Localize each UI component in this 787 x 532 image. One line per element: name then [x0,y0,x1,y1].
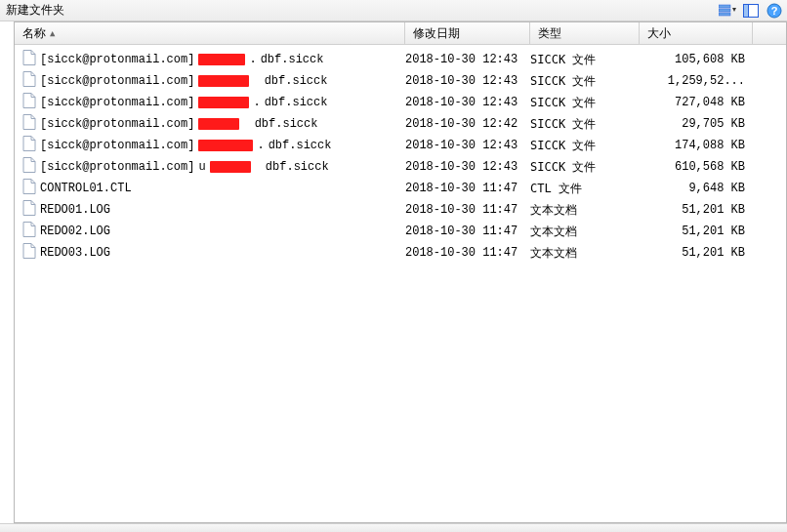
file-name-cell: REDO02.LOG [22,222,405,241]
redacted-segment [198,54,245,65]
file-name-prefix: [sicck@protonmail.com] [40,117,194,131]
table-row[interactable]: REDO03.LOG2018-10-30 11:47文本文档51,201 KB [15,242,786,264]
table-row[interactable]: REDO02.LOG2018-10-30 11:47文本文档51,201 KB [15,221,786,242]
file-name-after-redact: . [253,96,260,109]
file-rows: [sicck@protonmail.com].dbf.sicck2018-10-… [15,45,786,522]
file-name-suffix: dbf.sicck [269,139,332,152]
svg-rect-0 [719,5,730,8]
file-name-fragment: u [198,160,205,174]
file-icon [22,222,36,241]
file-date-cell: 2018-10-30 11:47 [405,203,530,217]
explorer-window: 新建文件夹 ? [0,0,787,532]
file-name-cell: [sicck@protonmail.com].dbf.sicck [22,136,405,155]
file-type-cell: SICCK 文件 [530,159,640,176]
file-date-cell: 2018-10-30 12:43 [405,96,530,109]
file-name-prefix: [sicck@protonmail.com] [40,96,194,109]
file-date-cell: 2018-10-30 12:43 [405,53,530,66]
file-size-cell: 610,568 KB [640,160,753,174]
file-name-prefix: REDO02.LOG [40,225,110,238]
file-size-cell: 9,648 KB [640,182,753,195]
redacted-segment [210,161,251,173]
redacted-segment [198,75,249,87]
file-size-cell: 727,048 KB [640,96,753,109]
file-name-cell: [sicck@protonmail.com] dbf.sicck [22,114,405,134]
col-size[interactable]: 大小 [640,22,753,44]
file-icon [22,243,36,263]
sort-asc-icon: ▲ [50,28,55,38]
file-icon [22,200,36,220]
col-type[interactable]: 类型 [530,22,640,44]
file-date-cell: 2018-10-30 12:43 [405,74,530,88]
file-icon [22,93,36,112]
file-type-cell: CTL 文件 [530,181,640,197]
file-size-cell: 174,088 KB [640,139,753,152]
folder-title: 新建文件夹 [6,2,64,19]
col-name-label: 名称 [22,25,46,42]
file-type-cell: SICCK 文件 [530,95,640,111]
file-name-prefix: CONTROL01.CTL [40,182,132,195]
file-date-cell: 2018-10-30 11:47 [405,246,530,260]
file-name-suffix: dbf.sicck [255,117,318,131]
redacted-segment [198,97,249,108]
main-area: 名称 ▲ 修改日期 类型 大小 [sicck@protonmail.com].d… [0,21,787,523]
table-row[interactable]: CONTROL01.CTL2018-10-30 11:47CTL 文件9,648… [15,178,786,199]
file-name-prefix: [sicck@protonmail.com] [40,53,194,66]
table-row[interactable]: [sicck@protonmail.com]u dbf.sicck2018-10… [15,156,786,178]
file-name-suffix: dbf.sicck [266,160,329,174]
file-name-cell: REDO03.LOG [22,243,405,263]
file-date-cell: 2018-10-30 12:42 [405,117,530,131]
table-row[interactable]: [sicck@protonmail.com].dbf.sicck2018-10-… [15,92,786,113]
table-row[interactable]: [sicck@protonmail.com] dbf.sicck2018-10-… [15,113,786,135]
col-spacer [753,22,786,44]
file-icon [22,179,36,198]
col-date-label: 修改日期 [413,25,460,42]
file-type-cell: 文本文档 [530,202,640,219]
file-type-cell: SICCK 文件 [530,73,640,90]
file-size-cell: 105,608 KB [640,53,753,66]
file-name-suffix: dbf.sicck [265,96,328,109]
file-name-after-redact [253,74,260,88]
status-bar [0,523,787,532]
table-row[interactable]: [sicck@protonmail.com] dbf.sicck2018-10-… [15,70,786,92]
col-date[interactable]: 修改日期 [405,22,530,44]
titlebar-buttons: ? [719,2,783,20]
file-name-after-redact [243,117,250,131]
views-icon[interactable] [719,2,736,20]
table-row[interactable]: [sicck@protonmail.com].dbf.sicck2018-10-… [15,49,786,70]
file-type-cell: SICCK 文件 [530,116,640,133]
file-type-cell: 文本文档 [530,224,640,240]
file-type-cell: SICCK 文件 [530,52,640,68]
file-name-cell: [sicck@protonmail.com]u dbf.sicck [22,157,405,177]
file-name-after-redact: . [257,139,264,152]
help-icon[interactable]: ? [766,2,783,20]
file-name-prefix: [sicck@protonmail.com] [40,74,194,88]
file-name-cell: REDO01.LOG [22,200,405,220]
file-icon [22,136,36,155]
file-icon [22,50,36,69]
table-row[interactable]: REDO01.LOG2018-10-30 11:47文本文档51,201 KB [15,199,786,221]
file-name-suffix: dbf.sicck [265,74,328,88]
svg-rect-4 [744,4,749,17]
file-date-cell: 2018-10-30 12:43 [405,160,530,174]
file-name-cell: CONTROL01.CTL [22,179,405,198]
file-name-after-redact [255,160,262,174]
col-name[interactable]: 名称 ▲ [15,22,405,44]
titlebar: 新建文件夹 ? [0,0,787,21]
file-date-cell: 2018-10-30 12:43 [405,139,530,152]
file-name-cell: [sicck@protonmail.com].dbf.sicck [22,93,405,112]
file-name-cell: [sicck@protonmail.com].dbf.sicck [22,50,405,69]
file-icon [22,71,36,91]
file-date-cell: 2018-10-30 11:47 [405,182,530,195]
file-type-cell: 文本文档 [530,245,640,262]
file-name-prefix: REDO01.LOG [40,203,110,217]
file-name-prefix: [sicck@protonmail.com] [40,139,194,152]
table-row[interactable]: [sicck@protonmail.com].dbf.sicck2018-10-… [15,135,786,156]
file-date-cell: 2018-10-30 11:47 [405,225,530,238]
file-name-after-redact: . [249,53,256,66]
panel-icon[interactable] [742,2,760,20]
file-size-cell: 51,201 KB [640,246,753,260]
svg-rect-1 [719,9,730,12]
file-list-pane: 名称 ▲ 修改日期 类型 大小 [sicck@protonmail.com].d… [15,21,787,523]
svg-text:?: ? [771,5,778,17]
file-icon [22,157,36,177]
